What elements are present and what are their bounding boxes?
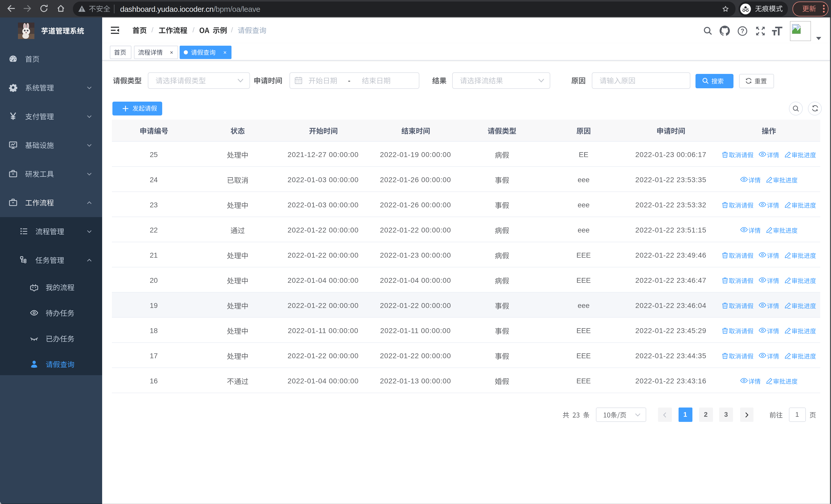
svg-text:?: ? <box>741 27 744 34</box>
